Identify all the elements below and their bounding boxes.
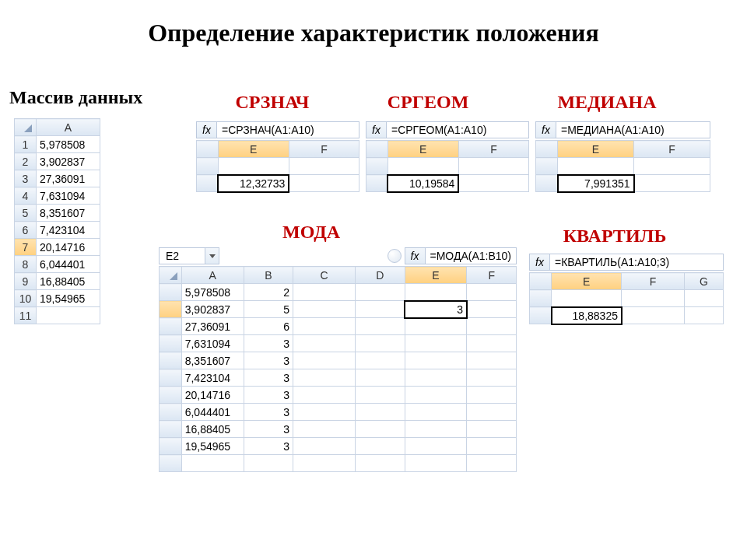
cell[interactable]: 5,978508 bbox=[37, 136, 100, 153]
median-result[interactable]: 7,991351 bbox=[558, 175, 634, 192]
name-box-dropdown[interactable] bbox=[205, 247, 219, 264]
label-quartile: КВАРТИЛЬ bbox=[545, 226, 685, 247]
page-title: Определение характеристик положения bbox=[0, 19, 747, 47]
col-A[interactable]: A bbox=[37, 119, 100, 136]
srgeom-result[interactable]: 10,19584 bbox=[388, 175, 458, 192]
chevron-down-icon bbox=[209, 254, 216, 258]
fx-icon[interactable]: fx bbox=[536, 122, 556, 138]
mode-result[interactable]: 3 bbox=[405, 301, 467, 318]
formula-text[interactable]: =СРЗНАЧ(A1:A10) bbox=[217, 122, 359, 138]
fx-icon[interactable]: fx bbox=[530, 254, 550, 270]
formula-text[interactable]: =КВАРТИЛЬ(A1:A10;3) bbox=[550, 254, 723, 270]
formula-text[interactable]: =СРГЕОМ(A1:A10) bbox=[387, 122, 528, 138]
label-median: МЕДИАНА bbox=[537, 92, 677, 113]
dataset-grid: A 15,978508 23,902837 327,36091 47,63109… bbox=[14, 118, 100, 324]
srznach-result[interactable]: 12,32733 bbox=[218, 175, 289, 192]
formula-bar: fx =СРЗНАЧ(A1:A10) bbox=[196, 121, 359, 138]
cancel-icon[interactable] bbox=[388, 249, 402, 263]
mode-block: E2 fx =МОДА(A1:B10) A B C D E F 5,978508… bbox=[159, 247, 517, 472]
label-srznach: СРЗНАЧ bbox=[210, 92, 335, 113]
formula-text[interactable]: =МЕДИАНА(A1:A10) bbox=[556, 122, 710, 138]
quartile-result[interactable]: 18,88325 bbox=[552, 307, 622, 324]
formula-text[interactable]: =МОДА(A1:B10) bbox=[426, 248, 517, 264]
median-block: fx=МЕДИАНА(A1:A10) EF 7,991351 bbox=[535, 121, 710, 193]
fx-icon[interactable]: fx bbox=[366, 122, 387, 138]
label-srgeom: СРГЕОМ bbox=[366, 92, 490, 113]
quartile-block: fx=КВАРТИЛЬ(A1:A10;3) EFG 18,88325 bbox=[529, 254, 724, 325]
srgeom-block: fx=СРГЕОМ(A1:A10) EF 10,19584 bbox=[366, 121, 529, 193]
fx-icon[interactable]: fx bbox=[197, 122, 217, 138]
name-box[interactable]: E2 bbox=[159, 247, 205, 264]
row-1[interactable]: 1 bbox=[15, 136, 37, 153]
label-dataset: Массив данных bbox=[9, 87, 142, 108]
fx-icon[interactable]: fx bbox=[405, 248, 426, 264]
srznach-block: fx =СРЗНАЧ(A1:A10) EF 12,32733 bbox=[196, 121, 359, 193]
label-mode: МОДА bbox=[253, 222, 370, 243]
